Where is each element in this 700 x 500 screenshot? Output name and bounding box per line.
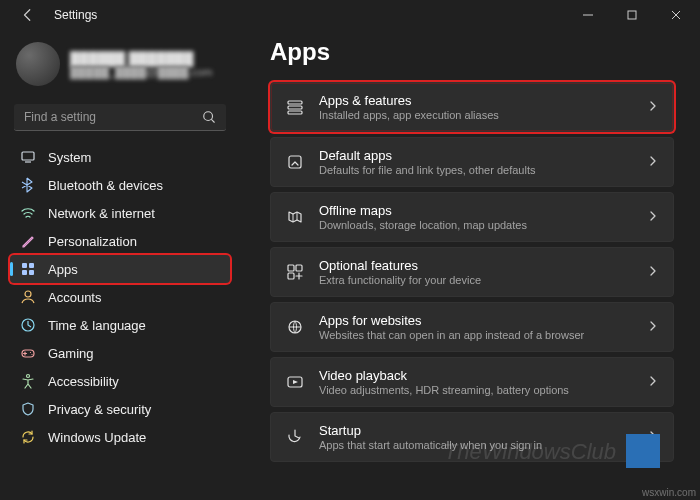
- sidebar-item-label: Windows Update: [48, 430, 146, 445]
- svg-rect-13: [288, 111, 302, 114]
- profile-block[interactable]: ██████ ███████ █████_████@████.com: [10, 36, 230, 98]
- page-title: Apps: [270, 38, 674, 66]
- sidebar-item-accessibility[interactable]: Accessibility: [10, 367, 230, 395]
- svg-point-7: [25, 291, 31, 297]
- card-title: Apps for websites: [319, 313, 633, 328]
- app-title: Settings: [54, 8, 97, 22]
- chevron-right-icon: [647, 263, 659, 281]
- card-default-apps[interactable]: Default apps Defaults for file and link …: [270, 137, 674, 187]
- svg-rect-12: [288, 106, 302, 109]
- sidebar-item-label: Accessibility: [48, 374, 119, 389]
- back-button[interactable]: [14, 1, 42, 29]
- svg-point-10: [27, 375, 30, 378]
- default-apps-icon: [285, 152, 305, 172]
- search-input[interactable]: [24, 110, 202, 124]
- card-title: Offline maps: [319, 203, 633, 218]
- maximize-button[interactable]: [610, 0, 654, 30]
- windows-update-icon: [20, 429, 36, 445]
- card-subtitle: Apps that start automatically when you s…: [319, 439, 633, 451]
- privacy-icon: [20, 401, 36, 417]
- svg-rect-3: [22, 263, 27, 268]
- accessibility-icon: [20, 373, 36, 389]
- sidebar-item-label: System: [48, 150, 91, 165]
- time-language-icon: [20, 317, 36, 333]
- card-subtitle: Downloads, storage location, map updates: [319, 219, 633, 231]
- svg-rect-4: [29, 263, 34, 268]
- card-title: Video playback: [319, 368, 633, 383]
- title-bar: Settings: [0, 0, 700, 30]
- card-startup[interactable]: Startup Apps that start automatically wh…: [270, 412, 674, 462]
- apps-websites-icon: [285, 317, 305, 337]
- sidebar-item-system[interactable]: System: [10, 143, 230, 171]
- card-title: Default apps: [319, 148, 633, 163]
- offline-maps-icon: [285, 207, 305, 227]
- minimize-button[interactable]: [566, 0, 610, 30]
- sidebar-item-privacy[interactable]: Privacy & security: [10, 395, 230, 423]
- sidebar-nav: System Bluetooth & devices Network & int…: [10, 143, 230, 451]
- sidebar-item-network[interactable]: Network & internet: [10, 199, 230, 227]
- bluetooth-icon: [20, 177, 36, 193]
- card-subtitle: Video adjustments, HDR streaming, batter…: [319, 384, 633, 396]
- sidebar-item-label: Privacy & security: [48, 402, 151, 417]
- card-optional-features[interactable]: Optional features Extra functionality fo…: [270, 247, 674, 297]
- svg-rect-0: [628, 11, 636, 19]
- card-offline-maps[interactable]: Offline maps Downloads, storage location…: [270, 192, 674, 242]
- card-apps-features[interactable]: Apps & features Installed apps, app exec…: [270, 82, 674, 132]
- optional-features-icon: [285, 262, 305, 282]
- gaming-icon: [20, 345, 36, 361]
- search-icon: [202, 110, 216, 124]
- close-button[interactable]: [654, 0, 698, 30]
- card-video-playback[interactable]: Video playback Video adjustments, HDR st…: [270, 357, 674, 407]
- system-icon: [20, 149, 36, 165]
- svg-rect-2: [22, 152, 34, 160]
- sidebar-item-label: Gaming: [48, 346, 94, 361]
- video-playback-icon: [285, 372, 305, 392]
- main-content: Apps Apps & features Installed apps, app…: [240, 30, 700, 500]
- avatar: [16, 42, 60, 86]
- sidebar-item-personalization[interactable]: Personalization: [10, 227, 230, 255]
- card-title: Optional features: [319, 258, 633, 273]
- network-icon: [20, 205, 36, 221]
- sidebar-item-label: Personalization: [48, 234, 137, 249]
- sidebar-item-windows-update[interactable]: Windows Update: [10, 423, 230, 451]
- sidebar-item-apps[interactable]: Apps: [10, 255, 230, 283]
- svg-rect-17: [288, 273, 294, 279]
- svg-rect-6: [29, 270, 34, 275]
- chevron-right-icon: [647, 318, 659, 336]
- sidebar-item-label: Accounts: [48, 290, 101, 305]
- svg-rect-5: [22, 270, 27, 275]
- chevron-right-icon: [647, 98, 659, 116]
- chevron-right-icon: [647, 428, 659, 446]
- chevron-right-icon: [647, 153, 659, 171]
- sidebar-item-gaming[interactable]: Gaming: [10, 339, 230, 367]
- personalization-icon: [20, 233, 36, 249]
- chevron-right-icon: [647, 208, 659, 226]
- profile-name: ██████ ███████: [70, 51, 212, 66]
- sidebar-item-label: Apps: [48, 262, 78, 277]
- card-apps-for-websites[interactable]: Apps for websites Websites that can open…: [270, 302, 674, 352]
- svg-point-1: [204, 112, 213, 121]
- startup-icon: [285, 427, 305, 447]
- chevron-right-icon: [647, 373, 659, 391]
- apps-icon: [20, 261, 36, 277]
- sidebar-item-label: Bluetooth & devices: [48, 178, 163, 193]
- card-subtitle: Websites that can open in an app instead…: [319, 329, 633, 341]
- card-title: Apps & features: [319, 93, 633, 108]
- accounts-icon: [20, 289, 36, 305]
- sidebar-item-label: Time & language: [48, 318, 146, 333]
- search-box[interactable]: [14, 104, 226, 131]
- sidebar-item-accounts[interactable]: Accounts: [10, 283, 230, 311]
- svg-rect-16: [296, 265, 302, 271]
- card-subtitle: Extra functionality for your device: [319, 274, 633, 286]
- svg-rect-15: [288, 265, 294, 271]
- card-subtitle: Defaults for file and link types, other …: [319, 164, 633, 176]
- card-title: Startup: [319, 423, 633, 438]
- sidebar-item-time-language[interactable]: Time & language: [10, 311, 230, 339]
- sidebar-item-bluetooth[interactable]: Bluetooth & devices: [10, 171, 230, 199]
- card-subtitle: Installed apps, app execution aliases: [319, 109, 633, 121]
- attribution: wsxwin.com: [642, 487, 696, 498]
- sidebar-item-label: Network & internet: [48, 206, 155, 221]
- apps-features-icon: [285, 97, 305, 117]
- profile-email: █████_████@████.com: [70, 66, 212, 78]
- svg-rect-11: [288, 101, 302, 104]
